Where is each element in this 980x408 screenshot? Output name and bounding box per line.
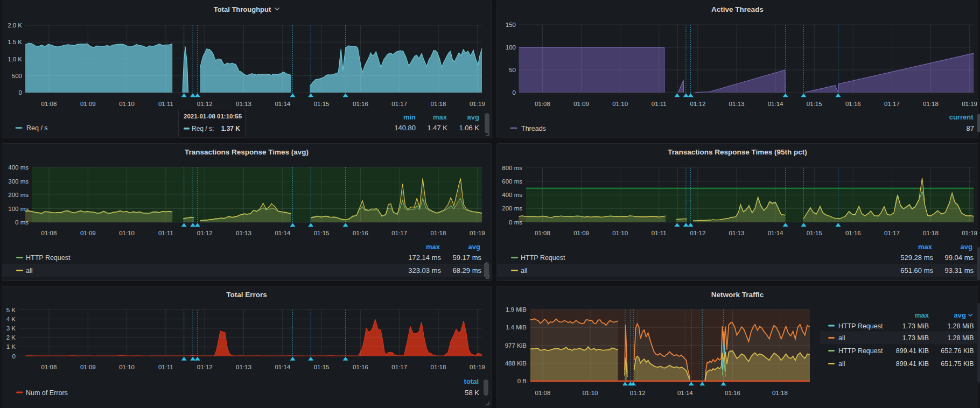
svg-text:1.4 MiB: 1.4 MiB xyxy=(506,324,527,330)
svg-text:01:12: 01:12 xyxy=(197,364,213,370)
svg-text:max: max xyxy=(433,113,447,121)
svg-text:01:19: 01:19 xyxy=(962,101,977,107)
svg-text:01:15: 01:15 xyxy=(807,101,822,107)
svg-text:HTTP Request: HTTP Request xyxy=(26,254,71,262)
svg-text:01:18: 01:18 xyxy=(923,101,939,107)
svg-text:01:08: 01:08 xyxy=(535,390,551,396)
svg-text:01:10: 01:10 xyxy=(583,390,598,396)
svg-text:1.47 K: 1.47 K xyxy=(427,124,447,132)
svg-text:Total Errors: Total Errors xyxy=(226,291,267,299)
svg-text:899.41 KiB: 899.41 KiB xyxy=(896,360,929,368)
svg-text:HTTP Request: HTTP Request xyxy=(838,322,883,330)
svg-text:01:11: 01:11 xyxy=(158,230,173,236)
svg-text:800 ms: 800 ms xyxy=(502,165,522,171)
svg-text:01:16: 01:16 xyxy=(725,390,740,396)
svg-text:HTTP Request: HTTP Request xyxy=(521,254,565,262)
svg-text:99.04 ms: 99.04 ms xyxy=(945,254,974,262)
svg-text:87: 87 xyxy=(967,124,974,132)
svg-text:0 ms: 0 ms xyxy=(15,219,29,226)
svg-text:max: max xyxy=(915,311,929,319)
svg-text:500: 500 xyxy=(12,73,22,79)
svg-text:01:11: 01:11 xyxy=(158,101,173,107)
svg-text:0: 0 xyxy=(513,89,516,96)
svg-text:01:15: 01:15 xyxy=(314,364,330,370)
svg-text:01:14: 01:14 xyxy=(768,101,783,107)
svg-text:400 ms: 400 ms xyxy=(502,192,522,198)
svg-text:01:16: 01:16 xyxy=(845,101,861,107)
svg-text:01:08: 01:08 xyxy=(535,101,550,107)
svg-text:01:11: 01:11 xyxy=(158,364,173,370)
svg-text:0 B: 0 B xyxy=(517,378,527,384)
svg-text:323.03 ms: 323.03 ms xyxy=(408,266,441,275)
svg-text:01:08: 01:08 xyxy=(41,101,57,107)
svg-text:01:08: 01:08 xyxy=(41,230,57,236)
svg-text:100: 100 xyxy=(506,44,516,51)
svg-text:0: 0 xyxy=(12,353,16,360)
svg-text:01:13: 01:13 xyxy=(236,101,251,107)
svg-text:Active Threads: Active Threads xyxy=(711,5,764,13)
svg-text:01:12: 01:12 xyxy=(197,101,213,107)
svg-text:avg: avg xyxy=(467,113,479,121)
svg-text:avg: avg xyxy=(468,243,480,251)
svg-text:01:11: 01:11 xyxy=(652,230,667,236)
svg-text:488 KiB: 488 KiB xyxy=(505,360,527,367)
svg-text:01:13: 01:13 xyxy=(236,364,251,370)
svg-text:01:17: 01:17 xyxy=(884,101,900,107)
svg-text:Transactions Response Times (9: Transactions Response Times (95th pct) xyxy=(668,148,807,156)
svg-text:HTTP Request: HTTP Request xyxy=(838,347,883,355)
svg-text:1.73 MiB: 1.73 MiB xyxy=(902,322,929,330)
svg-text:68.29 ms: 68.29 ms xyxy=(453,266,482,275)
svg-text:01:15: 01:15 xyxy=(314,101,330,107)
svg-text:01:08: 01:08 xyxy=(41,364,57,370)
svg-text:01:11: 01:11 xyxy=(652,101,667,107)
svg-text:01:16: 01:16 xyxy=(353,230,368,236)
svg-text:651.60 ms: 651.60 ms xyxy=(900,266,933,275)
svg-text:01:10: 01:10 xyxy=(612,101,628,107)
svg-text:977 KiB: 977 KiB xyxy=(505,342,527,349)
svg-text:01:10: 01:10 xyxy=(612,230,628,236)
svg-text:all: all xyxy=(838,360,845,368)
svg-text:01:14: 01:14 xyxy=(275,230,290,236)
svg-text:01:17: 01:17 xyxy=(884,230,900,236)
svg-text:1.28 MiB: 1.28 MiB xyxy=(947,334,974,342)
svg-text:1.73 MiB: 1.73 MiB xyxy=(902,334,929,342)
svg-text:529.28 ms: 529.28 ms xyxy=(900,254,933,262)
svg-text:2021-01-08 01:10:55: 2021-01-08 01:10:55 xyxy=(184,113,242,119)
svg-text:0 ms: 0 ms xyxy=(509,219,522,226)
svg-text:01:14: 01:14 xyxy=(677,390,693,396)
svg-text:Req / s:: Req / s: xyxy=(192,125,214,132)
svg-text:1 K: 1 K xyxy=(6,343,16,350)
svg-text:172.14 ms: 172.14 ms xyxy=(408,254,441,262)
svg-text:current: current xyxy=(949,113,974,121)
svg-text:Total Throughput: Total Throughput xyxy=(214,5,271,13)
svg-text:all: all xyxy=(838,334,845,342)
svg-text:1.9 MiB: 1.9 MiB xyxy=(506,306,527,313)
svg-text:01:18: 01:18 xyxy=(431,230,446,236)
svg-text:1.06 K: 1.06 K xyxy=(459,124,479,132)
svg-text:01:15: 01:15 xyxy=(314,230,330,236)
svg-text:Transactions Response Times (a: Transactions Response Times (avg) xyxy=(185,148,309,156)
svg-text:all: all xyxy=(521,267,528,275)
svg-text:01:17: 01:17 xyxy=(391,230,407,236)
svg-text:300 ms: 300 ms xyxy=(8,178,29,185)
svg-text:01:08: 01:08 xyxy=(535,230,550,236)
svg-text:1.0 K: 1.0 K xyxy=(8,56,22,62)
svg-text:01:12: 01:12 xyxy=(690,101,706,107)
svg-text:01:10: 01:10 xyxy=(119,101,135,107)
svg-text:01:17: 01:17 xyxy=(391,101,407,107)
svg-text:01:15: 01:15 xyxy=(807,230,822,236)
svg-text:01:17: 01:17 xyxy=(391,364,407,370)
svg-text:899.41 KiB: 899.41 KiB xyxy=(896,347,929,355)
svg-text:01:13: 01:13 xyxy=(729,230,745,236)
svg-text:avg: avg xyxy=(954,311,966,319)
svg-text:01:16: 01:16 xyxy=(845,230,861,236)
svg-text:01:12: 01:12 xyxy=(690,230,706,236)
svg-text:Req / s: Req / s xyxy=(26,124,48,132)
svg-text:01:13: 01:13 xyxy=(729,101,745,107)
svg-text:1.5 K: 1.5 K xyxy=(8,39,22,45)
svg-text:59.17 ms: 59.17 ms xyxy=(453,254,482,262)
svg-text:Num of Errors: Num of Errors xyxy=(26,389,68,397)
svg-text:2 K: 2 K xyxy=(6,334,16,341)
svg-text:01:14: 01:14 xyxy=(768,230,783,236)
svg-text:01:10: 01:10 xyxy=(119,230,135,236)
